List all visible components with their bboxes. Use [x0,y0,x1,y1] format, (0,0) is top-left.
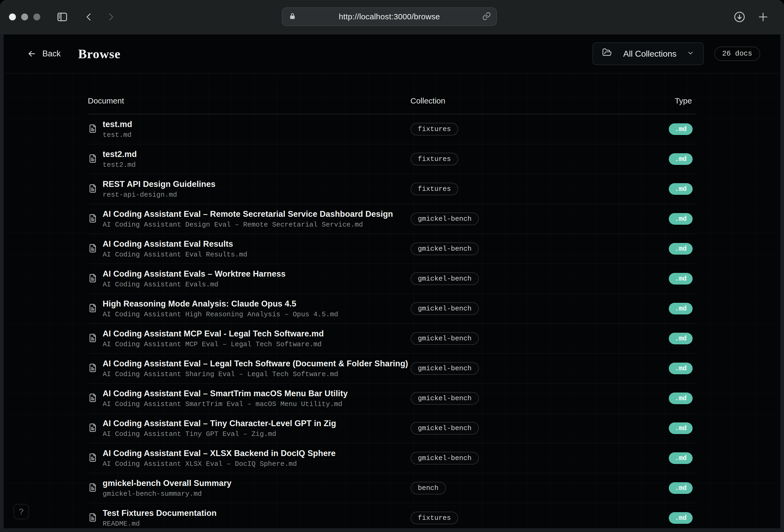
document-title: AI Coding Assistant Eval – Remote Secret… [103,209,393,219]
table-row[interactable]: AI Coding Assistant Eval – XLSX Backend … [88,443,696,473]
table-row[interactable]: AI Coding Assistant Eval – Remote Secret… [88,204,696,234]
document-cell: High Reasoning Mode Analysis: Claude Opu… [88,299,411,318]
document-text: test.md test.md [103,120,133,139]
zoom-window-button[interactable] [33,13,40,20]
collection-cell: gmickel-bench [411,212,601,225]
document-filename: AI Coding Assistant Tiny GPT Eval – Zig.… [103,430,336,438]
type-badge: .md [669,153,692,165]
collection-cell: gmickel-bench [411,272,601,285]
table-row[interactable]: AI Coding Assistant Eval – Legal Tech So… [88,354,696,384]
collection-badge: fixtures [411,512,458,524]
table-row[interactable]: AI Coding Assistant Eval – Tiny Characte… [88,413,696,443]
close-window-button[interactable] [9,13,16,20]
collection-cell: fixtures [411,123,601,136]
table-header-row: Document Collection Type [88,73,696,114]
collection-badge: gmickel-bench [411,422,479,435]
collection-badge: gmickel-bench [411,272,479,285]
browser-back-icon[interactable] [84,12,94,22]
document-text: test2.md test2.md [103,150,137,169]
type-badge: .md [669,482,692,494]
collection-badge: gmickel-bench [411,452,479,465]
document-cell: AI Coding Assistant Eval – Tiny Characte… [88,419,411,438]
back-button[interactable]: Back [27,49,61,59]
new-tab-icon[interactable] [757,11,769,23]
document-text: AI Coding Assistant Eval – Remote Secret… [103,209,393,229]
collection-badge: fixtures [411,153,458,166]
document-text: AI Coding Assistant Eval – XLSX Backend … [103,449,336,468]
document-filename: README.md [103,520,217,528]
address-bar[interactable]: http://localhost:3000/browse [282,7,497,26]
page-content: Back Browse All Collections 26 docs [3,34,781,528]
downloads-icon[interactable] [733,10,746,23]
browser-toolbar: http://localhost:3000/browse [0,0,784,34]
collection-cell: gmickel-bench [411,242,601,255]
minimize-window-button[interactable] [21,13,28,20]
collection-badge: fixtures [411,123,458,136]
type-cell: .md [601,153,696,165]
document-text: AI Coding Assistant Eval – Tiny Characte… [103,419,336,438]
collection-cell: gmickel-bench [411,362,601,375]
type-badge: .md [669,512,692,524]
document-title: gmickel-bench Overall Summary [103,478,232,488]
document-text: REST API Design Guidelines rest-api-desi… [103,179,216,199]
table-row[interactable]: test.md test.md fixtures .md [88,114,696,144]
document-text: AI Coding Assistant MCP Eval - Legal Tec… [103,329,324,348]
collection-badge: gmickel-bench [411,362,479,375]
chevron-down-icon [687,49,694,59]
browse-content: Document Collection Type test.md test.md [4,73,780,528]
table-row[interactable]: AI Coding Assistant Evals – Worktree Har… [88,264,696,294]
collections-filter-value: All Collections [622,49,678,59]
column-header-type: Type [601,96,696,105]
document-cell: Test Fixtures Documentation README.md [88,508,411,528]
file-text-icon [88,453,97,464]
file-text-icon [88,423,97,434]
url-text: http://localhost:3000/browse [297,12,482,21]
type-badge: .md [669,213,692,225]
file-text-icon [88,333,97,344]
file-text-icon [88,273,97,284]
file-text-icon [88,393,97,404]
collection-cell: bench [411,482,601,495]
document-cell: test2.md test2.md [88,150,411,169]
file-text-icon [88,513,97,523]
page-header: Back Browse All Collections 26 docs [4,34,780,73]
table-row[interactable]: test2.md test2.md fixtures .md [88,144,696,174]
table-row[interactable]: AI Coding Assistant Eval Results AI Codi… [88,234,696,264]
table-row[interactable]: gmickel-bench Overall Summary gmickel-be… [88,473,696,503]
document-filename: rest-api-design.md [103,191,216,199]
type-badge: .md [669,363,692,374]
link-icon[interactable] [482,12,491,22]
arrow-left-icon [27,49,36,59]
type-cell: .md [601,273,696,285]
type-cell: .md [601,482,696,494]
document-title: High Reasoning Mode Analysis: Claude Opu… [103,299,338,308]
help-button[interactable]: ? [13,504,29,519]
collection-cell: gmickel-bench [411,422,601,435]
table-row[interactable]: Test Fixtures Documentation README.md fi… [88,503,696,528]
column-header-collection: Collection [411,96,601,105]
table-row[interactable]: REST API Design Guidelines rest-api-desi… [88,174,696,204]
browser-forward-icon[interactable] [105,12,116,22]
collection-badge: gmickel-bench [411,302,479,315]
type-cell: .md [601,213,696,225]
type-cell: .md [601,183,696,195]
document-title: Test Fixtures Documentation [103,508,217,518]
collection-cell: fixtures [411,512,601,524]
document-filename: AI Coding Assistant XLSX Eval – DocIQ Sp… [103,460,336,468]
type-cell: .md [601,363,696,374]
document-cell: AI Coding Assistant Eval – XLSX Backend … [88,449,411,468]
collections-filter-dropdown[interactable]: All Collections [592,42,704,65]
document-text: Test Fixtures Documentation README.md [103,508,217,528]
type-cell: .md [601,422,696,434]
collection-cell: gmickel-bench [411,452,601,465]
table-row[interactable]: AI Coding Assistant Eval – SmartTrim mac… [88,384,696,413]
table-row[interactable]: AI Coding Assistant MCP Eval - Legal Tec… [88,324,696,354]
toolbar-right [733,0,784,34]
document-cell: gmickel-bench Overall Summary gmickel-be… [88,478,411,498]
sidebar-toggle-icon[interactable] [56,11,68,23]
type-cell: .md [601,333,696,344]
table-row[interactable]: High Reasoning Mode Analysis: Claude Opu… [88,294,696,324]
document-title: AI Coding Assistant MCP Eval - Legal Tec… [103,329,324,338]
type-badge: .md [669,243,692,255]
document-filename: gmickel-bench-summary.md [103,490,232,498]
